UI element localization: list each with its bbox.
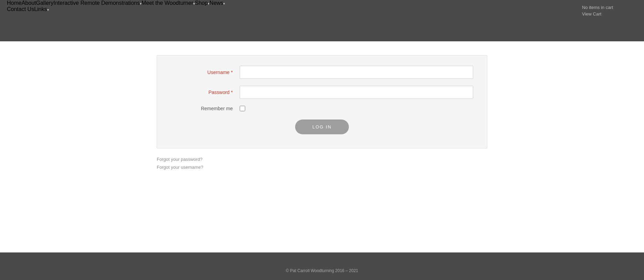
username-row: Username *: [171, 66, 473, 79]
nav-item-shop[interactable]: Shop▾: [195, 0, 209, 6]
nav-item-links[interactable]: Links▾: [34, 6, 49, 12]
login-form-container: Username * Password * Remember me LOG IN: [157, 55, 487, 148]
remember-checkbox[interactable]: [240, 106, 245, 111]
login-button[interactable]: LOG IN: [295, 120, 349, 134]
nav-item-contact-us[interactable]: Contact Us: [7, 6, 34, 12]
nav-item-home[interactable]: Home: [7, 0, 22, 6]
chevron-down-icon: ▾: [223, 2, 225, 6]
password-row: Password *: [171, 86, 473, 99]
site-header: HomeAboutGalleryInteractive Remote Demon…: [0, 0, 644, 41]
nav-row-2: Contact UsLinks▾: [7, 6, 225, 12]
nav-item-gallery[interactable]: Gallery: [36, 0, 54, 6]
nav-item-news[interactable]: News▾: [209, 0, 225, 6]
nav-item-interactive-remote-demonstrations[interactable]: Interactive Remote Demonstrations▾: [53, 0, 142, 6]
site-footer: © Pat Carroll Woodturning 2016 – 2021: [0, 252, 644, 280]
password-input[interactable]: [240, 86, 473, 99]
login-links: Forgot your password? Forgot your userna…: [157, 157, 487, 170]
nav-item-meet-the-woodturner[interactable]: Meet the Woodturner▾: [142, 0, 195, 6]
footer-copyright: © Pat Carroll Woodturning 2016 – 2021: [286, 268, 358, 273]
view-cart-link[interactable]: View Cart: [582, 11, 601, 17]
nav-row-1: HomeAboutGalleryInteractive Remote Demon…: [7, 0, 225, 6]
remember-label: Remember me: [171, 106, 240, 111]
remember-row: Remember me: [171, 106, 473, 111]
username-input[interactable]: [240, 66, 473, 79]
forgot-username-link[interactable]: Forgot your username?: [157, 165, 487, 170]
username-label: Username *: [171, 70, 240, 75]
submit-row: LOG IN: [171, 120, 473, 134]
cart-area: No items in cart View Cart: [582, 0, 637, 17]
main-nav: HomeAboutGalleryInteractive Remote Demon…: [7, 0, 225, 12]
forgot-password-link[interactable]: Forgot your password?: [157, 157, 487, 162]
chevron-down-icon: ▾: [47, 8, 49, 12]
password-label: Password *: [171, 90, 240, 95]
nav-item-about[interactable]: About: [22, 0, 36, 6]
cart-empty-label: No items in cart: [582, 5, 613, 10]
main-content: Username * Password * Remember me LOG IN…: [0, 41, 644, 252]
